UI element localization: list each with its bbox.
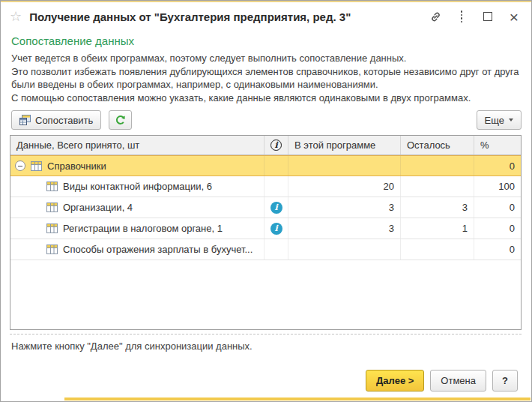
minus-glyph: [18, 166, 22, 166]
cancel-button[interactable]: Отмена: [430, 370, 486, 392]
intro-text: Учет ведется в обеих программах, поэтому…: [11, 52, 521, 104]
column-header-remaining[interactable]: Осталось: [401, 136, 474, 154]
more-actions-label: Еще: [485, 115, 504, 126]
help-button[interactable]: ?: [492, 370, 518, 392]
percent-cell: 0: [474, 197, 521, 218]
table-body: Справочники0Виды контактной информации, …: [10, 155, 521, 260]
row-label: Организации, 4: [63, 202, 133, 213]
table-row[interactable]: Способы отражения зарплаты в бухучет...0: [10, 239, 521, 260]
titlebar-buttons: ×: [429, 10, 521, 23]
table-grid-icon: [46, 224, 58, 233]
column-header-percent[interactable]: %: [474, 136, 521, 154]
percent-cell: 100: [474, 176, 521, 196]
table-grid-icon: [31, 161, 42, 171]
in-program-cell: [288, 156, 401, 176]
row-label-cell: Регистрации в налоговом органе, 1: [10, 218, 265, 238]
window-accent-top-border: [1, 1, 531, 2]
in-program-cell: 3: [288, 197, 401, 218]
row-label: Справочники: [47, 160, 106, 172]
in-program-cell: [288, 239, 401, 260]
in-program-cell: 3: [288, 218, 401, 238]
percent-cell: 0: [474, 239, 521, 260]
intro-paragraph: Учет ведется в обеих программах, поэтому…: [11, 52, 521, 65]
row-label-cell: Виды контактной информации, 6: [10, 176, 265, 196]
remaining-cell: 3: [401, 197, 474, 218]
refresh-button[interactable]: [109, 110, 132, 130]
row-label: Регистрации в налоговом органе, 1: [63, 223, 223, 234]
table-row[interactable]: Регистрации в налоговом органе, 1i310: [10, 218, 521, 239]
in-program-cell: 20: [288, 176, 401, 196]
window-title: Получение данных от "Бухгалтерия предпри…: [29, 10, 351, 23]
table-toolbar: Сопоставить Еще: [11, 110, 522, 130]
column-header-in-program[interactable]: В этой программе: [288, 136, 401, 154]
mapping-table: Данные, Всего принято, шт i В этой прогр…: [10, 135, 522, 330]
percent-cell: 0: [474, 218, 521, 238]
row-info-cell: [265, 156, 288, 176]
remaining-cell: [401, 156, 474, 176]
row-label-cell: Организации, 4: [10, 197, 265, 218]
collapse-expander-icon[interactable]: [15, 160, 25, 171]
favorite-star-icon[interactable]: ☆: [10, 10, 22, 23]
footer-hint: Нажмите кнопку "Далее" для синхронизации…: [11, 340, 521, 352]
row-info-cell: [265, 239, 288, 260]
dialog-buttons: Далее > Отмена ?: [366, 370, 518, 392]
info-column-header-icon: i: [270, 140, 282, 151]
footer-separator: [10, 334, 522, 334]
more-actions-button[interactable]: Еще: [477, 110, 522, 130]
table-row[interactable]: Организации, 4i330: [10, 197, 521, 218]
get-link-icon[interactable]: [429, 10, 442, 23]
row-label-cell: Справочники: [10, 156, 265, 176]
row-info-cell: i: [265, 197, 288, 218]
info-icon[interactable]: i: [270, 202, 282, 214]
row-label: Способы отражения зарплаты в бухучет...: [63, 244, 253, 255]
table-grid-icon: [46, 182, 58, 191]
table-row[interactable]: Справочники0: [10, 155, 521, 176]
table-row[interactable]: Виды контактной информации, 620100: [10, 176, 521, 197]
row-info-cell: i: [265, 218, 288, 238]
row-label-cell: Способы отражения зарплаты в бухучет...: [10, 239, 265, 260]
refresh-icon: [115, 115, 126, 126]
remaining-cell: 1: [401, 218, 474, 238]
dialog-window: ☆ Получение данных от "Бухгалтерия предп…: [0, 0, 532, 402]
window-accent-bottom-strip: [64, 398, 531, 400]
table-grid-icon: [46, 244, 58, 254]
next-button[interactable]: Далее >: [366, 370, 424, 392]
intro-paragraph: С помощью сопоставления можно указать, к…: [11, 92, 521, 105]
remaining-cell: [401, 239, 474, 260]
chevron-down-icon: [509, 118, 513, 122]
intro-paragraph: Это позволит избежать появления дублирую…: [11, 65, 521, 92]
table-grid-icon: [46, 202, 58, 212]
more-menu-icon[interactable]: [455, 10, 468, 23]
titlebar: ☆ Получение данных от "Бухгалтерия предп…: [1, 1, 531, 31]
column-header-data[interactable]: Данные, Всего принято, шт: [10, 136, 265, 154]
compare-tables-icon: [19, 115, 31, 125]
row-label: Виды контактной информации, 6: [63, 181, 212, 192]
column-header-info[interactable]: i: [265, 136, 288, 154]
page-title: Сопоставление данных: [11, 34, 521, 47]
maximize-icon[interactable]: [481, 10, 495, 23]
close-icon[interactable]: ×: [507, 10, 521, 23]
table-header: Данные, Всего принято, шт i В этой прогр…: [10, 136, 521, 155]
compare-button[interactable]: Сопоставить: [11, 110, 101, 130]
remaining-cell: [401, 176, 474, 196]
row-info-cell: [265, 176, 288, 196]
percent-cell: 0: [474, 156, 521, 176]
compare-button-label: Сопоставить: [35, 115, 93, 126]
info-icon[interactable]: i: [270, 223, 282, 235]
